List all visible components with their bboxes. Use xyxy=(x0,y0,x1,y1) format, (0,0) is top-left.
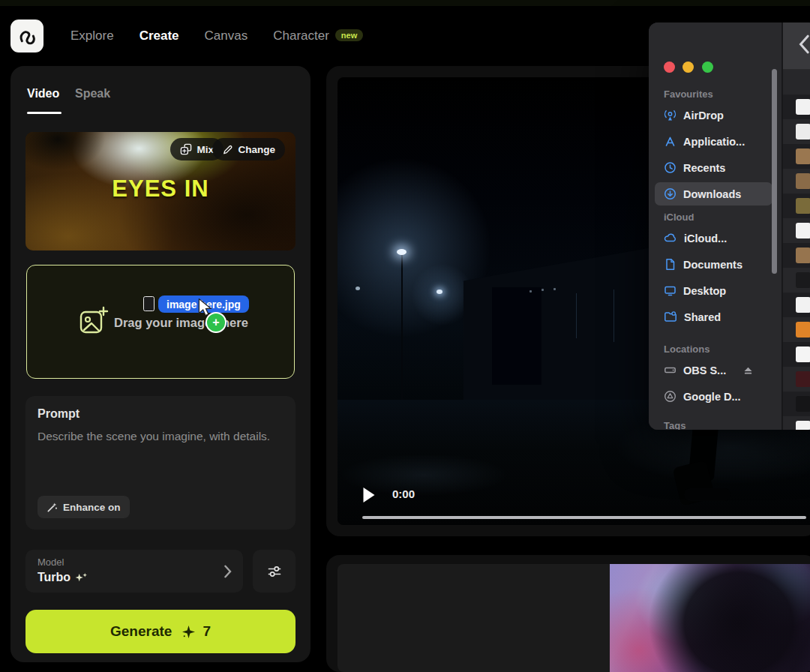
app-logo[interactable] xyxy=(10,20,44,52)
finder-file-row[interactable] xyxy=(783,292,810,317)
mix-icon xyxy=(180,143,192,155)
cloud-icon xyxy=(664,232,677,244)
drag-copy-plus-badge: + xyxy=(206,312,226,333)
finder-file-row[interactable] xyxy=(783,169,810,194)
enhance-toggle[interactable]: Enhance on xyxy=(38,496,130,518)
finder-window[interactable]: Favourites AirDrop Applicatio... xyxy=(649,22,810,430)
finder-file-row[interactable] xyxy=(783,144,810,169)
finder-file-row[interactable] xyxy=(783,268,810,292)
prompt-input[interactable]: Describe the scene you imagine, with det… xyxy=(38,428,272,446)
finder-toolbar xyxy=(783,22,810,70)
image-dropzone[interactable]: Drag your images here image here.jpg + xyxy=(26,265,295,379)
nav-create[interactable]: Create xyxy=(140,28,179,44)
prompt-label: Prompt xyxy=(38,407,80,421)
sidebar-item-google-drive[interactable]: Google D... xyxy=(655,385,772,408)
finder-file-row[interactable] xyxy=(783,392,810,416)
second-result-card[interactable] xyxy=(326,555,810,672)
airdrop-icon xyxy=(664,109,676,122)
model-label: Model xyxy=(38,556,64,568)
model-selector[interactable]: Model Turbo xyxy=(26,550,243,592)
file-icon xyxy=(796,346,810,362)
video-progress-bar[interactable] xyxy=(362,516,806,519)
lamp-light xyxy=(397,249,406,255)
nav-explore[interactable]: Explore xyxy=(70,28,114,44)
file-icon xyxy=(796,297,810,313)
minimize-window-button[interactable] xyxy=(682,62,694,73)
chevron-right-icon xyxy=(224,565,232,578)
tab-video[interactable]: Video xyxy=(27,87,59,100)
sidebar-item-desktop[interactable]: Desktop xyxy=(655,279,772,302)
google-drive-icon xyxy=(664,390,676,403)
pencil-icon xyxy=(222,144,233,155)
advanced-settings-button[interactable] xyxy=(253,550,296,592)
file-icon xyxy=(796,371,810,387)
close-window-button[interactable] xyxy=(664,62,675,73)
file-icon xyxy=(796,421,810,430)
file-icon xyxy=(796,272,810,288)
file-icon xyxy=(796,99,810,115)
add-image-icon xyxy=(76,304,110,338)
reference-thumbnail[interactable]: EYES IN Mix Change xyxy=(26,132,296,250)
dragged-file-icon xyxy=(143,296,154,311)
sidebar-item-airdrop[interactable]: AirDrop xyxy=(655,104,772,127)
file-icon xyxy=(796,173,810,189)
nav-canvas[interactable]: Canvas xyxy=(205,28,248,44)
sidebar-item-icloud-drive[interactable]: iCloud... xyxy=(655,226,772,250)
clock-icon xyxy=(664,161,676,174)
tab-speak[interactable]: Speak xyxy=(75,87,110,100)
squiggle-logo-icon xyxy=(16,25,38,47)
sidebar-item-recents[interactable]: Recents xyxy=(655,156,772,179)
file-icon xyxy=(796,396,810,412)
file-icon xyxy=(796,223,810,238)
finder-sidebar: Favourites AirDrop Applicatio... xyxy=(649,22,782,430)
sidebar-item-shared[interactable]: Shared xyxy=(655,305,772,328)
finder-file-row[interactable] xyxy=(783,94,810,119)
active-tab-underline xyxy=(27,112,62,114)
finder-file-row[interactable] xyxy=(783,317,810,342)
change-button[interactable]: Change xyxy=(212,138,285,160)
file-icon xyxy=(796,198,810,214)
finder-file-row[interactable] xyxy=(783,416,810,430)
finder-file-row[interactable] xyxy=(783,342,810,367)
finder-file-pane xyxy=(783,22,810,430)
sparkles-icon xyxy=(75,572,88,584)
top-strip xyxy=(0,0,810,6)
document-icon xyxy=(664,258,676,271)
finder-file-row[interactable] xyxy=(783,194,810,218)
sidebar-scrollbar[interactable] xyxy=(772,69,777,274)
sidebar-item-obs-drive[interactable]: OBS S... xyxy=(655,358,772,382)
main-nav: Explore Create Canvas Characternew xyxy=(70,28,363,44)
thumbnail-caption: EYES IN xyxy=(26,176,296,202)
app-screen: Explore Create Canvas Characternew Video… xyxy=(0,0,810,672)
nav-character[interactable]: Characternew xyxy=(273,28,363,44)
generate-button[interactable]: Generate 7 xyxy=(26,610,296,653)
video-timestamp: 0:00 xyxy=(392,488,415,500)
sidebar-section-locations: Locations xyxy=(664,344,710,355)
purple-portrait-image xyxy=(610,564,810,672)
back-chevron-icon[interactable] xyxy=(799,34,809,54)
sidebar-section-tags: Tags xyxy=(664,420,686,430)
downloads-icon xyxy=(664,188,676,200)
zoom-window-button[interactable] xyxy=(702,62,713,73)
desktop-icon xyxy=(664,284,676,297)
file-icon xyxy=(796,322,810,338)
finder-file-row[interactable] xyxy=(783,218,810,243)
new-badge: new xyxy=(335,29,363,41)
finder-file-row[interactable] xyxy=(783,70,810,94)
finder-file-row[interactable] xyxy=(783,243,810,268)
prompt-box[interactable]: Prompt Describe the scene you imagine, w… xyxy=(26,396,296,530)
sliders-icon xyxy=(267,564,282,579)
eject-icon[interactable] xyxy=(743,366,753,375)
finder-file-row[interactable] xyxy=(783,367,810,392)
finder-file-row[interactable] xyxy=(783,119,810,144)
play-button[interactable] xyxy=(362,488,376,502)
magic-wand-icon xyxy=(46,502,58,513)
create-panel: Video Speak EYES IN Mix Change xyxy=(10,66,310,662)
generate-cost: 7 xyxy=(202,623,211,640)
sidebar-item-applications[interactable]: Applicatio... xyxy=(655,130,772,153)
small-light xyxy=(436,290,442,294)
credit-star-icon xyxy=(182,626,195,638)
sidebar-item-documents[interactable]: Documents xyxy=(655,253,772,276)
sidebar-section-icloud: iCloud xyxy=(664,212,694,223)
sidebar-item-downloads[interactable]: Downloads xyxy=(655,182,772,206)
